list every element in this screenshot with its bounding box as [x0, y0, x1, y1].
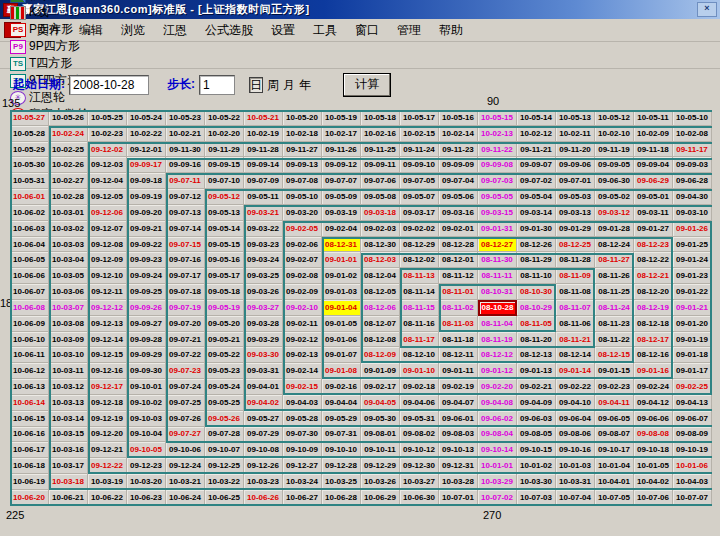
period-button[interactable]: 周 — [267, 78, 279, 92]
date-cell: 09-09-30 — [127, 363, 166, 379]
date-cell: 10-05-13 — [556, 110, 595, 126]
date-cell: 09-09-11 — [361, 157, 400, 173]
date-cell: 10-05-31 — [10, 173, 49, 189]
date-cell: 09-05-29 — [322, 411, 361, 427]
date-cell: 10-02-13 — [478, 126, 517, 142]
date-cell: 10-03-07 — [49, 300, 88, 316]
date-cell: 09-05-06 — [439, 189, 478, 205]
date-cell: 09-05-24 — [205, 379, 244, 395]
menu-item[interactable]: 浏览 — [112, 21, 154, 39]
date-cell: 09-05-18 — [205, 284, 244, 300]
date-cell: 09-05-07 — [400, 189, 439, 205]
date-cell: 09-10-15 — [517, 442, 556, 458]
date-cell: 09-02-03 — [361, 221, 400, 237]
date-cell: 09-04-06 — [400, 395, 439, 411]
date-cell: 10-01-06 — [673, 458, 712, 474]
date-cell: 09-01-05 — [322, 316, 361, 332]
date-cell: 09-07-19 — [166, 300, 205, 316]
date-cell: 09-05-03 — [556, 189, 595, 205]
date-cell: 10-06-04 — [10, 237, 49, 253]
date-cell: 10-05-17 — [400, 110, 439, 126]
date-cell: 10-07-01 — [439, 490, 478, 506]
date-cell: 09-02-02 — [400, 221, 439, 237]
menu-item[interactable]: 管理 — [388, 21, 430, 39]
menu-item[interactable]: 设置 — [262, 21, 304, 39]
date-cell: 09-02-06 — [283, 237, 322, 253]
date-cell: 10-03-24 — [283, 474, 322, 490]
toolbar-button[interactable]: K线 — [10, 4, 89, 21]
date-cell: 09-07-05 — [400, 173, 439, 189]
period-button[interactable]: 日 — [249, 77, 263, 93]
date-cell: 08-11-09 — [556, 268, 595, 284]
toolbar-button-label: P四方形 — [29, 21, 73, 38]
date-cell: 09-12-31 — [439, 458, 478, 474]
title-bar: 赢 赢家江恩[gann360.com]标准版 - [上证指数时间正方形] × — [0, 0, 720, 19]
date-cell: 09-11-21 — [517, 142, 556, 158]
step-label: 步长: — [167, 76, 195, 93]
date-cell: 09-04-02 — [244, 395, 283, 411]
toolbar-button-label: T四方形 — [29, 55, 72, 72]
date-cell: 08-11-27 — [595, 252, 634, 268]
date-cell: 10-06-29 — [361, 490, 400, 506]
date-cell: 09-02-19 — [439, 379, 478, 395]
date-cell: 09-05-28 — [283, 411, 322, 427]
toolbar-button[interactable]: TST四方形 — [10, 55, 89, 72]
date-cell: 09-06-05 — [595, 411, 634, 427]
date-cell: 09-01-07 — [322, 347, 361, 363]
date-cell: 09-08-04 — [478, 427, 517, 443]
date-cell: 10-07-04 — [556, 490, 595, 506]
date-cell: 09-12-13 — [88, 316, 127, 332]
date-cell: 09-01-23 — [673, 268, 712, 284]
date-cell: 09-12-17 — [88, 379, 127, 395]
date-cell: 09-07-27 — [166, 427, 205, 443]
date-cell: 08-11-16 — [400, 316, 439, 332]
date-cell: 09-03-14 — [517, 205, 556, 221]
menu-item[interactable]: 工具 — [304, 21, 346, 39]
date-cell: 10-05-25 — [88, 110, 127, 126]
date-cell: 09-03-18 — [361, 205, 400, 221]
date-cell: 09-05-25 — [205, 395, 244, 411]
date-cell: 10-05-20 — [283, 110, 322, 126]
period-button[interactable]: 年 — [299, 78, 311, 92]
step-input[interactable]: 1 — [199, 75, 235, 95]
date-cell: 10-02-21 — [166, 126, 205, 142]
date-cell: 09-09-24 — [127, 268, 166, 284]
date-cell: 09-03-12 — [595, 205, 634, 221]
close-button[interactable]: × — [697, 2, 717, 17]
date-cell: 09-05-27 — [244, 411, 283, 427]
date-cell: 09-01-14 — [556, 363, 595, 379]
menu-item[interactable]: 窗口 — [346, 21, 388, 39]
date-cell: 10-03-03 — [49, 237, 88, 253]
date-cell: 09-05-19 — [205, 300, 244, 316]
date-cell: 09-12-21 — [88, 442, 127, 458]
date-cell: 10-03-14 — [49, 411, 88, 427]
date-cell: 09-07-18 — [166, 284, 205, 300]
date-cell: 09-05-09 — [322, 189, 361, 205]
date-cell: 08-12-03 — [361, 252, 400, 268]
date-cell: 08-12-04 — [361, 268, 400, 284]
date-cell: 09-01-27 — [634, 221, 673, 237]
date-cell: 09-12-15 — [88, 347, 127, 363]
date-cell: 09-10-04 — [127, 427, 166, 443]
date-cell: 09-07-01 — [556, 173, 595, 189]
toolbar-button[interactable]: P99P四方形 — [10, 38, 89, 55]
start-date-input[interactable]: 2008-10-28 — [69, 75, 149, 95]
date-cell: 09-03-23 — [244, 237, 283, 253]
date-cell: 09-02-10 — [283, 300, 322, 316]
calculate-button[interactable]: 计算 — [343, 73, 391, 97]
menu-item[interactable]: 帮助 — [430, 21, 472, 39]
date-cell: 08-12-28 — [439, 237, 478, 253]
toolbar-button[interactable]: PSP四方形 — [10, 21, 89, 38]
date-cell: 09-12-05 — [88, 189, 127, 205]
date-cell: 08-10-29 — [517, 300, 556, 316]
date-cell: 09-09-29 — [127, 347, 166, 363]
date-cell: 10-06-27 — [283, 490, 322, 506]
menu-item[interactable]: 公式选股 — [196, 21, 262, 39]
date-cell: 09-01-20 — [673, 316, 712, 332]
date-cell: 08-11-13 — [400, 268, 439, 284]
date-cell: 09-12-29 — [361, 458, 400, 474]
period-button[interactable]: 月 — [283, 78, 295, 92]
date-cell: 09-11-25 — [361, 142, 400, 158]
date-cell: 09-12-09 — [88, 252, 127, 268]
menu-item[interactable]: 江恩 — [154, 21, 196, 39]
